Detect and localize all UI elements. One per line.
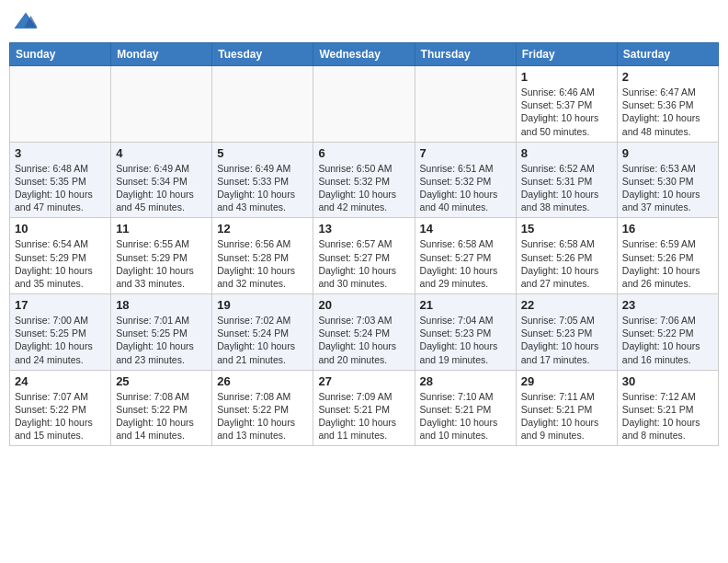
day-info: Sunrise: 7:06 AM Sunset: 5:22 PM Dayligh… [622, 314, 713, 366]
day-number: 28 [420, 374, 511, 388]
day-info: Sunrise: 6:48 AM Sunset: 5:35 PM Dayligh… [15, 162, 106, 214]
calendar-cell: 19Sunrise: 7:02 AM Sunset: 5:24 PM Dayli… [212, 294, 313, 371]
column-header-monday: Monday [111, 43, 212, 66]
day-info: Sunrise: 6:54 AM Sunset: 5:29 PM Dayligh… [15, 237, 106, 290]
day-info: Sunrise: 7:05 AM Sunset: 5:23 PM Dayligh… [521, 314, 612, 366]
day-info: Sunrise: 6:58 AM Sunset: 5:27 PM Dayligh… [420, 237, 511, 290]
calendar-cell: 3Sunrise: 6:48 AM Sunset: 5:35 PM Daylig… [10, 142, 111, 218]
day-info: Sunrise: 7:10 AM Sunset: 5:21 PM Dayligh… [420, 390, 511, 442]
day-number: 15 [521, 222, 612, 236]
calendar-week-row: 24Sunrise: 7:07 AM Sunset: 5:22 PM Dayli… [10, 370, 719, 446]
calendar-cell: 7Sunrise: 6:51 AM Sunset: 5:32 PM Daylig… [415, 142, 516, 218]
day-info: Sunrise: 6:56 AM Sunset: 5:28 PM Dayligh… [217, 237, 308, 290]
calendar-header-row: SundayMondayTuesdayWednesdayThursdayFrid… [10, 43, 719, 66]
calendar-week-row: 1Sunrise: 6:46 AM Sunset: 5:37 PM Daylig… [10, 66, 719, 143]
column-header-wednesday: Wednesday [313, 43, 415, 66]
calendar-week-row: 3Sunrise: 6:48 AM Sunset: 5:35 PM Daylig… [10, 142, 719, 218]
day-info: Sunrise: 6:52 AM Sunset: 5:31 PM Dayligh… [521, 162, 612, 214]
day-number: 18 [116, 298, 207, 312]
day-info: Sunrise: 6:55 AM Sunset: 5:29 PM Dayligh… [116, 237, 207, 290]
calendar-cell [212, 66, 313, 143]
day-info: Sunrise: 7:07 AM Sunset: 5:22 PM Dayligh… [15, 390, 106, 442]
day-info: Sunrise: 6:47 AM Sunset: 5:36 PM Dayligh… [622, 86, 713, 138]
calendar-cell: 9Sunrise: 6:53 AM Sunset: 5:30 PM Daylig… [617, 142, 718, 218]
page-header [9, 9, 719, 35]
calendar-cell: 5Sunrise: 6:49 AM Sunset: 5:33 PM Daylig… [212, 142, 313, 218]
day-number: 29 [521, 374, 612, 388]
calendar-cell: 6Sunrise: 6:50 AM Sunset: 5:32 PM Daylig… [313, 142, 415, 218]
calendar-cell: 23Sunrise: 7:06 AM Sunset: 5:22 PM Dayli… [617, 294, 718, 371]
day-info: Sunrise: 7:02 AM Sunset: 5:24 PM Dayligh… [217, 314, 308, 366]
column-header-saturday: Saturday [617, 43, 718, 66]
calendar-cell: 24Sunrise: 7:07 AM Sunset: 5:22 PM Dayli… [10, 370, 111, 446]
column-header-tuesday: Tuesday [212, 43, 313, 66]
day-info: Sunrise: 7:01 AM Sunset: 5:25 PM Dayligh… [116, 314, 207, 366]
calendar-cell: 4Sunrise: 6:49 AM Sunset: 5:34 PM Daylig… [111, 142, 212, 218]
calendar-cell [313, 66, 415, 143]
day-number: 13 [318, 222, 409, 236]
day-number: 7 [420, 146, 511, 160]
calendar-cell: 16Sunrise: 6:59 AM Sunset: 5:26 PM Dayli… [617, 218, 718, 294]
day-info: Sunrise: 6:58 AM Sunset: 5:26 PM Dayligh… [521, 237, 612, 290]
calendar-week-row: 17Sunrise: 7:00 AM Sunset: 5:25 PM Dayli… [10, 294, 719, 371]
day-info: Sunrise: 6:50 AM Sunset: 5:32 PM Dayligh… [318, 162, 409, 214]
logo-icon [13, 9, 39, 35]
calendar-cell [10, 66, 111, 143]
day-number: 2 [622, 70, 713, 84]
day-number: 10 [15, 222, 106, 236]
calendar-cell: 11Sunrise: 6:55 AM Sunset: 5:29 PM Dayli… [111, 218, 212, 294]
calendar-cell: 28Sunrise: 7:10 AM Sunset: 5:21 PM Dayli… [415, 370, 516, 446]
day-number: 14 [420, 222, 511, 236]
day-number: 5 [217, 146, 308, 160]
calendar-cell: 21Sunrise: 7:04 AM Sunset: 5:23 PM Dayli… [415, 294, 516, 371]
calendar-cell: 22Sunrise: 7:05 AM Sunset: 5:23 PM Dayli… [516, 294, 617, 371]
day-info: Sunrise: 6:49 AM Sunset: 5:34 PM Dayligh… [116, 162, 207, 214]
calendar-cell [111, 66, 212, 143]
day-number: 12 [217, 222, 308, 236]
calendar-table: SundayMondayTuesdayWednesdayThursdayFrid… [9, 42, 719, 446]
day-info: Sunrise: 7:12 AM Sunset: 5:21 PM Dayligh… [622, 390, 713, 442]
day-info: Sunrise: 6:59 AM Sunset: 5:26 PM Dayligh… [622, 237, 713, 290]
calendar-cell: 2Sunrise: 6:47 AM Sunset: 5:36 PM Daylig… [617, 66, 718, 143]
day-number: 17 [15, 298, 106, 312]
column-header-thursday: Thursday [415, 43, 516, 66]
calendar-cell: 12Sunrise: 6:56 AM Sunset: 5:28 PM Dayli… [212, 218, 313, 294]
day-number: 1 [521, 70, 612, 84]
calendar-cell: 17Sunrise: 7:00 AM Sunset: 5:25 PM Dayli… [10, 294, 111, 371]
calendar-cell: 8Sunrise: 6:52 AM Sunset: 5:31 PM Daylig… [516, 142, 617, 218]
calendar-cell: 14Sunrise: 6:58 AM Sunset: 5:27 PM Dayli… [415, 218, 516, 294]
day-info: Sunrise: 7:04 AM Sunset: 5:23 PM Dayligh… [420, 314, 511, 366]
day-info: Sunrise: 7:08 AM Sunset: 5:22 PM Dayligh… [116, 390, 207, 442]
day-info: Sunrise: 6:57 AM Sunset: 5:27 PM Dayligh… [318, 237, 409, 290]
column-header-friday: Friday [516, 43, 617, 66]
day-info: Sunrise: 6:53 AM Sunset: 5:30 PM Dayligh… [622, 162, 713, 214]
day-info: Sunrise: 7:00 AM Sunset: 5:25 PM Dayligh… [15, 314, 106, 366]
calendar-cell: 15Sunrise: 6:58 AM Sunset: 5:26 PM Dayli… [516, 218, 617, 294]
day-number: 4 [116, 146, 207, 160]
day-number: 11 [116, 222, 207, 236]
day-info: Sunrise: 7:08 AM Sunset: 5:22 PM Dayligh… [217, 390, 308, 442]
day-info: Sunrise: 7:11 AM Sunset: 5:21 PM Dayligh… [521, 390, 612, 442]
day-number: 23 [622, 298, 713, 312]
column-header-sunday: Sunday [10, 43, 111, 66]
calendar-cell: 1Sunrise: 6:46 AM Sunset: 5:37 PM Daylig… [516, 66, 617, 143]
calendar-cell: 13Sunrise: 6:57 AM Sunset: 5:27 PM Dayli… [313, 218, 415, 294]
day-number: 30 [622, 374, 713, 388]
calendar-cell: 30Sunrise: 7:12 AM Sunset: 5:21 PM Dayli… [617, 370, 718, 446]
day-info: Sunrise: 6:49 AM Sunset: 5:33 PM Dayligh… [217, 162, 308, 214]
day-number: 9 [622, 146, 713, 160]
day-number: 22 [521, 298, 612, 312]
calendar-cell: 29Sunrise: 7:11 AM Sunset: 5:21 PM Dayli… [516, 370, 617, 446]
calendar-cell: 26Sunrise: 7:08 AM Sunset: 5:22 PM Dayli… [212, 370, 313, 446]
day-number: 26 [217, 374, 308, 388]
day-number: 6 [318, 146, 409, 160]
day-number: 27 [318, 374, 409, 388]
day-info: Sunrise: 7:09 AM Sunset: 5:21 PM Dayligh… [318, 390, 409, 442]
day-number: 21 [420, 298, 511, 312]
calendar-cell: 25Sunrise: 7:08 AM Sunset: 5:22 PM Dayli… [111, 370, 212, 446]
day-number: 19 [217, 298, 308, 312]
day-info: Sunrise: 6:51 AM Sunset: 5:32 PM Dayligh… [420, 162, 511, 214]
calendar-cell [415, 66, 516, 143]
day-number: 20 [318, 298, 409, 312]
day-info: Sunrise: 7:03 AM Sunset: 5:24 PM Dayligh… [318, 314, 409, 366]
